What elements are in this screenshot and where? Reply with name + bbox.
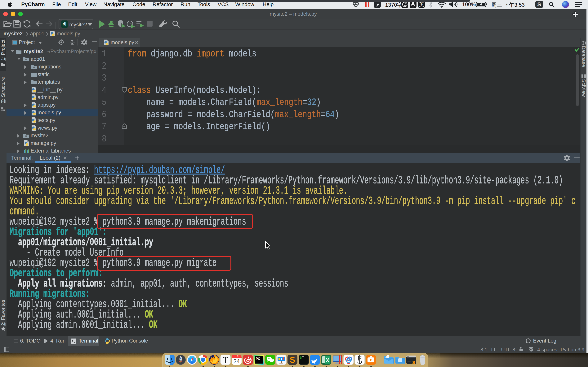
svg-text:24: 24 xyxy=(233,358,240,364)
svg-text:11月: 11月 xyxy=(234,355,239,358)
svg-text:S: S xyxy=(290,355,295,365)
svg-text:$: $ xyxy=(300,356,302,359)
svg-text:PC: PC xyxy=(256,357,260,360)
svg-text:S: S xyxy=(412,360,415,365)
svg-text:X: X xyxy=(326,357,329,363)
